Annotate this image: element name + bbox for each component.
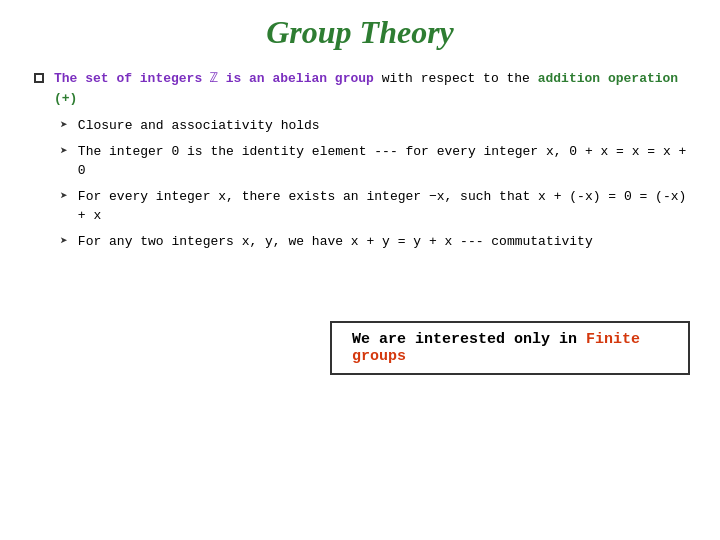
sub-item-3: ➤ For every integer x, there exists an i…: [60, 187, 690, 226]
finite-text: Finite groups: [352, 331, 640, 365]
sub-text-1: Closure and associativity holds: [78, 116, 320, 136]
sub-bullets-container: ➤ Closure and associativity holds ➤ The …: [30, 116, 690, 251]
arrow-icon-2: ➤: [60, 143, 68, 159]
highlight-box: We are interested only in Finite groups: [330, 321, 690, 375]
sub-item-4: ➤ For any two integers x, y, we have x +…: [60, 232, 690, 252]
page-title: Group Theory: [30, 14, 690, 51]
arrow-icon-4: ➤: [60, 233, 68, 249]
main-bullet-text: The set of integers ℤ is an abelian grou…: [54, 69, 690, 108]
sub-text-2: The integer 0 is the identity element --…: [78, 142, 690, 181]
arrow-icon-1: ➤: [60, 117, 68, 133]
sub-text-4: For any two integers x, y, we have x + y…: [78, 232, 593, 252]
arrow-icon-3: ➤: [60, 188, 68, 204]
sub-item-1: ➤ Closure and associativity holds: [60, 116, 690, 136]
sub-text-3: For every integer x, there exists an int…: [78, 187, 690, 226]
main-text-part-1: The set of integers ℤ is an abelian grou…: [54, 71, 374, 86]
bullet-square-icon: [34, 73, 44, 83]
page: Group Theory The set of integers ℤ is an…: [0, 0, 720, 540]
main-bullet: The set of integers ℤ is an abelian grou…: [30, 69, 690, 108]
highlight-box-text: We are interested only in Finite groups: [352, 331, 640, 365]
main-text-part-2: with respect to the: [374, 71, 538, 86]
sub-item-2: ➤ The integer 0 is the identity element …: [60, 142, 690, 181]
